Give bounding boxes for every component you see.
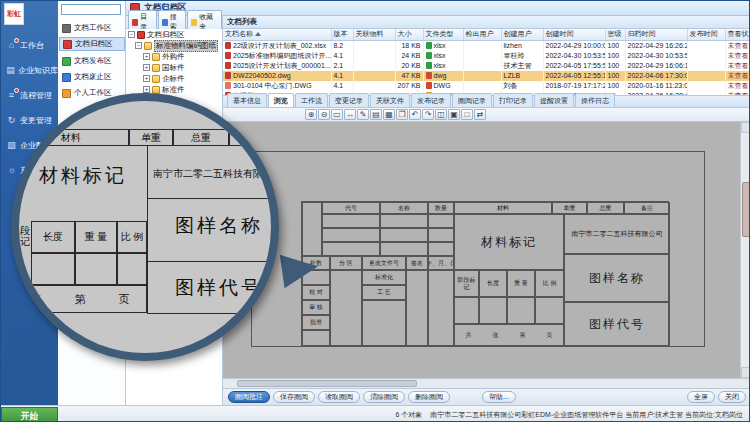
tb-hdr-code: 代号 (322, 202, 380, 214)
workspace-icon (62, 89, 71, 98)
col-ptime[interactable]: 发布时间 (687, 29, 725, 40)
sidebar-item-change[interactable]: ↻ 变更管理 (1, 108, 58, 133)
col-level[interactable]: 密级 (605, 29, 625, 40)
col-type[interactable]: 文件类型 (423, 29, 463, 40)
tree-child-std[interactable]: 标准件 (126, 84, 222, 95)
expand-icon[interactable] (143, 64, 150, 71)
pages-sheet-label: 张 (493, 331, 499, 340)
cell-level: 100 (605, 61, 625, 71)
tab-change-log[interactable]: 变更记录 (329, 93, 369, 107)
workspace-search-input[interactable] (61, 4, 121, 15)
tree-folder-selected[interactable]: 标准物料编码图纸 (126, 40, 222, 51)
col-version[interactable]: 版本 (331, 29, 353, 40)
tab-related-files[interactable]: 关联文件 (370, 93, 410, 107)
delete-markup-button[interactable]: 删除圈阅 (408, 391, 450, 403)
col-status[interactable]: 查看状态 (725, 29, 750, 40)
swap-icon[interactable]: ⇄ (474, 109, 486, 120)
table-row-selected[interactable]: DW22040502.dwg 4.1 47 KB dwg LZLB 2022-0… (223, 71, 750, 81)
cell-size: 18 KB (395, 40, 423, 51)
folder-icon (152, 64, 160, 72)
grid-icon[interactable]: ▦ (383, 109, 395, 120)
vertical-scrollbar[interactable] (740, 122, 750, 378)
print-icon[interactable]: ❐ (396, 109, 408, 120)
col-size[interactable]: 大小 (395, 29, 423, 40)
tb-cell-empty (380, 242, 428, 256)
col-ctime[interactable]: 创建时间 (543, 29, 605, 40)
zoom-in-icon[interactable]: ⊕ (305, 109, 317, 120)
layers-icon[interactable]: ▤ (370, 109, 382, 120)
sidebar-nav: ⌂ 工作台 ▤ 企业知识库 ≡ 流程管理 ↻ 变更管理 ▧ 企业配置 ☼ 系统设… (1, 33, 58, 183)
save-markup-button[interactable]: 保存圈阅 (273, 391, 315, 403)
tab-reminder-settings[interactable]: 提醒设置 (534, 93, 574, 107)
scrollbar-thumb[interactable] (237, 380, 417, 387)
workspace-item-obsolete[interactable]: 文档废止区 (59, 70, 125, 84)
col-creator[interactable]: 创建用户 (501, 29, 543, 40)
col-name[interactable]: 文档名称 (223, 29, 331, 40)
col-checkout[interactable]: 检出用户 (463, 29, 501, 40)
cell-version: 8.2 (331, 40, 353, 51)
expand-icon[interactable] (143, 75, 150, 82)
tb-length: 长度 (479, 270, 507, 297)
close-button[interactable]: 关闭 (718, 391, 746, 403)
status-info: 南宁市二零二五科技有限公司彩虹EDM-企业图纸管理软件平台 当前用户:技术主管 … (430, 410, 743, 420)
table-row[interactable]: 2025标准物料编码图纸设计开... 4.1 24 KB xlsx 覃桂玲 20… (223, 51, 750, 61)
scrollbar-thumb[interactable] (742, 182, 750, 237)
horizontal-scrollbar[interactable] (223, 378, 750, 388)
tab-publish-log[interactable]: 发布记录 (411, 93, 451, 107)
table-row[interactable]: 2025设计开发计划表_000001... 2.1 20 KB xlsx 技术主… (223, 61, 750, 71)
load-markup-button[interactable]: 读取圈阅 (318, 391, 360, 403)
scroll-up-icon[interactable] (741, 122, 750, 133)
sidebar-item-settings[interactable]: ☼ 系统设置 (1, 158, 58, 183)
file-list-title: 文档列表 (227, 17, 257, 27)
fit-width-icon[interactable]: ↔ (344, 109, 356, 120)
sidebar-item-workbench[interactable]: ⌂ 工作台 (1, 33, 58, 58)
tab-operation-log[interactable]: 操作日志 (575, 93, 615, 107)
dwg-icon (426, 82, 432, 89)
workspace-item-publish[interactable]: 文档发布区 (59, 54, 125, 68)
sidebar-item-config[interactable]: ▧ 企业配置 (1, 133, 58, 158)
sidebar-item-process[interactable]: ≡ 流程管理 (1, 83, 58, 108)
tab-preview[interactable]: 浏览 (268, 93, 294, 107)
tab-markup-log[interactable]: 圈阅记录 (452, 93, 492, 107)
workspace-item-working[interactable]: 文档工作区 (59, 21, 125, 35)
drawing-canvas[interactable]: 代号 名称 数量 处数 分 区 更改文件号 签名 年、月、日 校 对 审 核 批… (223, 122, 750, 378)
file-list-header: 文档列表 (223, 16, 750, 29)
tree-child-purchased[interactable]: 外购件 (126, 51, 222, 62)
tb-drawing-code: 图样代号 (564, 302, 670, 347)
tree-child-qb[interactable]: 企标件 (126, 73, 222, 84)
expand-icon[interactable] (143, 86, 150, 93)
workspace-item-archive[interactable]: 文档归档区 (59, 37, 125, 51)
col-material[interactable]: 关联物料 (353, 29, 395, 40)
table-row[interactable]: 22级设计开发计划表_002.xlsx 8.2 18 KB xlsx lizhe… (223, 40, 750, 51)
collapse-icon[interactable] (128, 31, 135, 38)
annotate-icon[interactable]: ✎ (357, 109, 369, 120)
expand-icon[interactable] (143, 53, 150, 60)
redo-icon[interactable]: ↷ (422, 109, 434, 120)
scroll-down-icon[interactable] (741, 367, 750, 378)
col-atime[interactable]: 归档时间 (625, 29, 687, 40)
start-button[interactable]: 开始 (1, 407, 58, 422)
zoom-out-icon[interactable]: ⊖ (318, 109, 330, 120)
compare-icon[interactable]: ◫ (435, 109, 447, 120)
detail-tabs: 基本信息 浏览 工作流 变更记录 关联文件 发布记录 圈阅记录 打印记录 提醒设… (223, 95, 750, 108)
workspace-item-personal[interactable]: 个人工作区 (59, 86, 125, 100)
fullscreen-button[interactable]: 全屏 (687, 391, 715, 403)
tree-child-gb[interactable]: 国标件 (126, 62, 222, 73)
tab-basic-info[interactable]: 基本信息 (227, 93, 267, 107)
sidebar-item-knowledge[interactable]: ▤ 企业知识库 (1, 58, 58, 83)
cell-creator: lizhen (501, 40, 543, 51)
markup-annotate-button[interactable]: 圈阅批注 (228, 391, 270, 403)
undo-icon[interactable]: ↶ (409, 109, 421, 120)
config-icon: ▧ (6, 140, 17, 151)
blank-icon[interactable]: □ (461, 109, 473, 120)
tree-root[interactable]: 文档归档区 (126, 29, 222, 40)
cell-atime: 2022-04-29 16:26:29 (625, 40, 687, 51)
collapse-icon[interactable] (135, 42, 142, 49)
tab-print-log[interactable]: 打印记录 (493, 93, 533, 107)
table-row[interactable]: 301-0104 中心泵门.DWG 4.1 207 KB DWG 刘备 2018… (223, 81, 750, 91)
tab-workflow[interactable]: 工作流 (295, 93, 328, 107)
select-icon[interactable]: ▣ (448, 109, 460, 120)
clear-markup-button[interactable]: 清除圈阅 (363, 391, 405, 403)
zoom-window-icon[interactable]: ▭ (331, 109, 343, 120)
help-button[interactable]: 帮助... (482, 391, 516, 403)
